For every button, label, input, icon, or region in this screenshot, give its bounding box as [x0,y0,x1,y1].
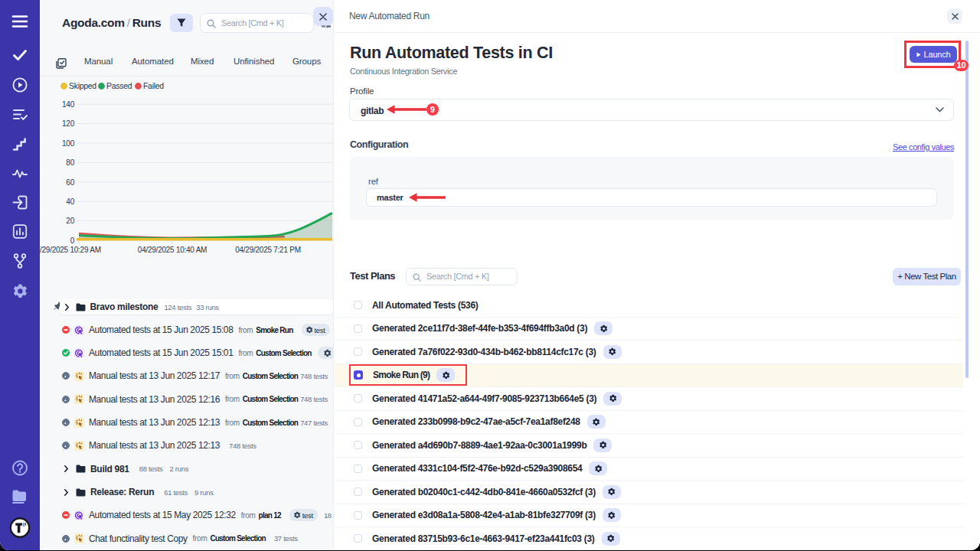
svg-text:40: 40 [66,197,74,206]
svg-text:80: 80 [66,158,74,167]
svg-text:Passed: Passed [106,81,132,90]
svg-text:120: 120 [62,119,75,128]
svg-text:140: 140 [62,100,75,109]
svg-text:60: 60 [66,178,74,187]
svg-text:04/29/2025 7:21 PM: 04/29/2025 7:21 PM [235,246,301,254]
svg-text:Failed: Failed [143,81,164,90]
svg-text:Skipped: Skipped [69,81,96,90]
svg-text:100: 100 [62,139,75,148]
svg-text:0: 0 [70,236,75,245]
svg-text:20: 20 [66,217,74,225]
svg-text:/29/2025 10:29 AM: /29/2025 10:29 AM [40,246,101,254]
svg-text:04/29/2025 10:40 AM: 04/29/2025 10:40 AM [138,246,207,254]
